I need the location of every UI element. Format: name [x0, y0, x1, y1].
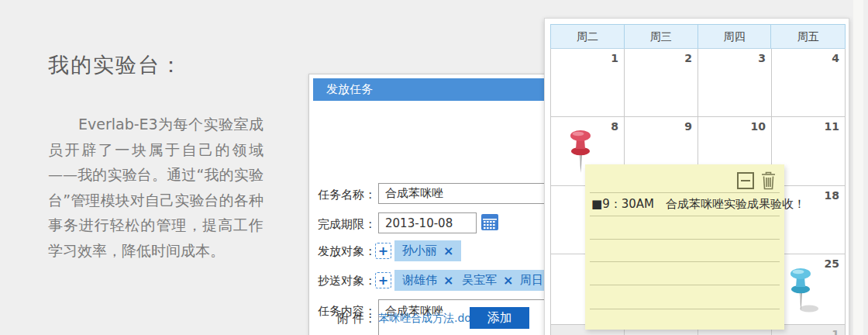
- date-number: 4: [772, 49, 845, 64]
- minus-icon: [741, 180, 750, 181]
- note-rule-line: [590, 309, 780, 309]
- date-number: 9: [625, 117, 698, 133]
- note-rule-line: [590, 192, 780, 193]
- minimize-note-button[interactable]: [737, 172, 754, 189]
- date-number: 1: [551, 49, 624, 64]
- weekday-header-tue: 周二: [551, 25, 625, 48]
- date-number: 10: [698, 117, 771, 133]
- sticky-note[interactable]: ■9：30AM 合成苯咪唑实验成果验收！: [585, 164, 784, 330]
- remove-cc-icon[interactable]: ×: [443, 273, 453, 288]
- cc-label: 抄送对象：: [315, 274, 376, 288]
- cc-chip: 吴宝军 ×: [454, 270, 521, 291]
- assignee-chip-label: 孙小丽: [402, 243, 437, 258]
- note-rule-line: [590, 261, 780, 262]
- deadline-label: 完成期限：: [315, 217, 376, 232]
- cc-chip-label: 周日: [520, 273, 543, 288]
- calendar-day-cell[interactable]: 1: [551, 49, 625, 117]
- cc-chip: 谢雄伟 ×: [394, 270, 461, 291]
- red-pushpin-icon: [564, 129, 597, 180]
- intro-paragraph: Everlab-E3为每个实验室成员开辟了一块属于自己的领域——我的实验台。通过…: [48, 112, 264, 263]
- attachment-file-link[interactable]: 苯咪唑合成方法.docx: [378, 312, 484, 326]
- calendar-day-cell[interactable]: 2: [625, 49, 698, 117]
- dialog-title: 发放任务: [326, 82, 373, 96]
- blue-pushpin-icon: [784, 267, 820, 318]
- add-assignee-button[interactable]: +: [375, 243, 391, 259]
- calendar-day-cell[interactable]: 3: [698, 49, 772, 117]
- right-edge-panel: [853, 0, 863, 335]
- add-cc-button[interactable]: +: [375, 272, 391, 288]
- task-name-label: 任务名称：: [315, 188, 376, 202]
- note-event-text: ■9：30AM 合成苯咪唑实验成果验收！: [591, 197, 805, 212]
- attachment-label: 附 件：: [315, 312, 376, 326]
- cc-chip-label: 谢雄伟: [402, 273, 437, 288]
- add-attachment-button[interactable]: 添加: [470, 307, 529, 329]
- note-rule-line: [590, 239, 780, 240]
- note-rule-line: [590, 285, 780, 285]
- date-number: 11: [772, 117, 845, 133]
- weekday-header-wed: 周三: [625, 25, 698, 48]
- page-title: 我的实验台：: [48, 51, 264, 79]
- date-picker-calendar-icon[interactable]: [480, 212, 499, 231]
- date-number: 2: [625, 49, 698, 64]
- deadline-input[interactable]: [378, 212, 477, 233]
- remove-assignee-icon[interactable]: ×: [443, 243, 453, 258]
- trash-icon[interactable]: [761, 171, 776, 190]
- plus-icon: +: [378, 243, 388, 258]
- weekday-header-fri: 周五: [771, 25, 845, 48]
- weekday-header-thu: 周四: [698, 25, 772, 48]
- intro-section: 我的实验台： Everlab-E3为每个实验室成员开辟了一块属于自己的领域——我…: [48, 51, 264, 263]
- date-number: 3: [698, 49, 771, 64]
- cc-chip-label: 吴宝军: [462, 273, 497, 288]
- note-rule-line: [590, 216, 780, 216]
- plus-icon: +: [378, 273, 388, 288]
- calendar-weekday-header: 周二 周三 周四 周五: [550, 24, 846, 48]
- task-name-input[interactable]: [378, 183, 567, 204]
- calendar-day-cell[interactable]: 4: [772, 49, 846, 117]
- assignee-chip: 孙小丽 ×: [394, 240, 461, 261]
- assignees-label: 发放对象：: [315, 244, 376, 259]
